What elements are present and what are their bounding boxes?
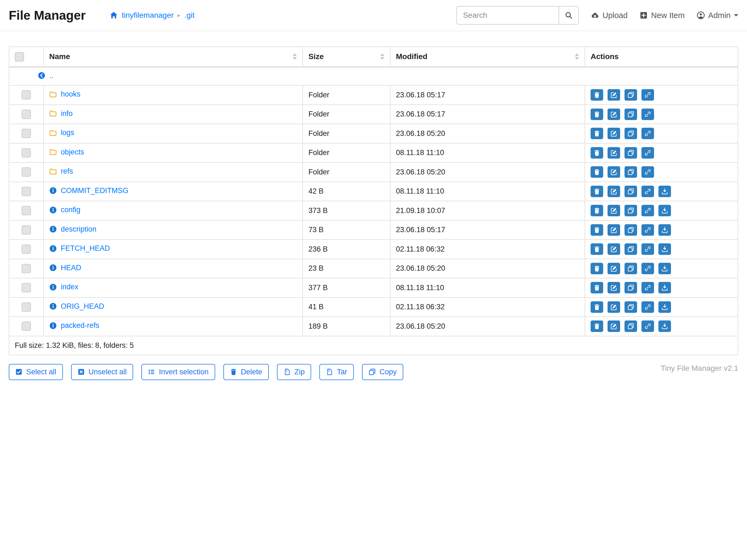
- rename-button[interactable]: [608, 186, 620, 197]
- direct-link-button[interactable]: [641, 321, 654, 332]
- copy-button[interactable]: [624, 89, 637, 101]
- delete-button[interactable]: [591, 186, 603, 197]
- download-button[interactable]: [659, 244, 671, 255]
- direct-link-button[interactable]: [641, 244, 654, 255]
- copy-button[interactable]: [624, 128, 637, 139]
- up-directory-link[interactable]: ..: [38, 71, 53, 80]
- rename-button[interactable]: [608, 108, 620, 120]
- rename-button[interactable]: [608, 263, 620, 274]
- direct-link-button[interactable]: [641, 224, 654, 236]
- copy-button[interactable]: [624, 205, 637, 216]
- direct-link-button[interactable]: [641, 89, 654, 101]
- delete-button[interactable]: [591, 224, 603, 236]
- zip-button[interactable]: Zip: [277, 364, 311, 380]
- row-checkbox[interactable]: [22, 187, 31, 196]
- direct-link-button[interactable]: [641, 263, 654, 274]
- file-link[interactable]: packed-refs: [49, 321, 99, 330]
- home-link[interactable]: [110, 11, 118, 19]
- copy-button[interactable]: [624, 263, 637, 274]
- row-checkbox[interactable]: [22, 283, 31, 292]
- direct-link-button[interactable]: [641, 108, 654, 120]
- direct-link-button[interactable]: [641, 301, 654, 313]
- row-checkbox[interactable]: [22, 110, 31, 119]
- copy-button[interactable]: [624, 224, 637, 236]
- rename-button[interactable]: [608, 301, 620, 313]
- breadcrumb-current-link[interactable]: .git: [184, 11, 195, 20]
- copy-button[interactable]: [624, 147, 637, 159]
- download-button[interactable]: [659, 321, 671, 332]
- row-checkbox[interactable]: [22, 245, 31, 254]
- folder-link[interactable]: logs: [49, 128, 74, 137]
- delete-button[interactable]: [591, 147, 603, 159]
- download-button[interactable]: [659, 282, 671, 294]
- col-header-name[interactable]: Name: [44, 47, 303, 67]
- delete-button[interactable]: [591, 301, 603, 313]
- col-header-modified[interactable]: Modified: [390, 47, 585, 67]
- delete-button[interactable]: [591, 166, 603, 178]
- col-header-size[interactable]: Size: [303, 47, 390, 67]
- invert-selection-button[interactable]: Invert selection: [141, 364, 215, 380]
- direct-link-button[interactable]: [641, 186, 654, 197]
- direct-link-button[interactable]: [641, 147, 654, 159]
- download-button[interactable]: [659, 224, 671, 236]
- row-checkbox[interactable]: [22, 90, 31, 100]
- rename-button[interactable]: [608, 147, 620, 159]
- rename-button[interactable]: [608, 166, 620, 178]
- sort-icon[interactable]: [292, 53, 297, 60]
- direct-link-button[interactable]: [641, 282, 654, 294]
- rename-button[interactable]: [608, 224, 620, 236]
- breadcrumb-root-link[interactable]: tinyfilemanager: [122, 11, 174, 20]
- new-item-button[interactable]: New Item: [640, 11, 685, 20]
- row-checkbox[interactable]: [22, 206, 31, 215]
- row-checkbox[interactable]: [22, 264, 31, 273]
- row-checkbox[interactable]: [22, 148, 31, 157]
- rename-button[interactable]: [608, 205, 620, 216]
- rename-button[interactable]: [608, 321, 620, 332]
- select-all-button[interactable]: Select all: [9, 364, 63, 380]
- row-checkbox[interactable]: [22, 167, 31, 177]
- unselect-all-button[interactable]: Unselect all: [71, 364, 133, 380]
- copy-selected-button[interactable]: Copy: [362, 364, 403, 380]
- search-input[interactable]: [456, 6, 559, 25]
- delete-button[interactable]: [591, 108, 603, 120]
- select-all-checkbox[interactable]: [15, 52, 24, 61]
- delete-button[interactable]: [591, 282, 603, 294]
- download-button[interactable]: [659, 186, 671, 197]
- row-checkbox[interactable]: [22, 302, 31, 312]
- rename-button[interactable]: [608, 244, 620, 255]
- search-button[interactable]: [559, 6, 579, 25]
- folder-link[interactable]: objects: [49, 148, 84, 156]
- file-link[interactable]: ORIG_HEAD: [49, 302, 104, 311]
- direct-link-button[interactable]: [641, 128, 654, 139]
- delete-selected-button[interactable]: Delete: [223, 364, 269, 380]
- delete-button[interactable]: [591, 263, 603, 274]
- file-link[interactable]: index: [49, 283, 78, 291]
- delete-button[interactable]: [591, 244, 603, 255]
- folder-link[interactable]: refs: [49, 167, 73, 176]
- upload-button[interactable]: Upload: [591, 11, 627, 20]
- direct-link-button[interactable]: [641, 205, 654, 216]
- delete-button[interactable]: [591, 89, 603, 101]
- copy-button[interactable]: [624, 166, 637, 178]
- file-link[interactable]: description: [49, 225, 97, 233]
- delete-button[interactable]: [591, 205, 603, 216]
- tar-button[interactable]: Tar: [319, 364, 354, 380]
- delete-button[interactable]: [591, 321, 603, 332]
- file-link[interactable]: config: [49, 206, 80, 214]
- rename-button[interactable]: [608, 128, 620, 139]
- download-button[interactable]: [659, 263, 671, 274]
- copy-button[interactable]: [624, 186, 637, 197]
- user-menu-button[interactable]: Admin: [697, 11, 738, 20]
- sort-icon[interactable]: [380, 53, 384, 60]
- rename-button[interactable]: [608, 282, 620, 294]
- folder-link[interactable]: hooks: [49, 90, 80, 98]
- copy-button[interactable]: [624, 108, 637, 120]
- file-link[interactable]: COMMIT_EDITMSG: [49, 186, 129, 195]
- delete-button[interactable]: [591, 128, 603, 139]
- download-button[interactable]: [659, 205, 671, 216]
- copy-button[interactable]: [624, 282, 637, 294]
- folder-link[interactable]: info: [49, 109, 73, 118]
- rename-button[interactable]: [608, 89, 620, 101]
- row-checkbox[interactable]: [22, 225, 31, 235]
- row-checkbox[interactable]: [22, 129, 31, 138]
